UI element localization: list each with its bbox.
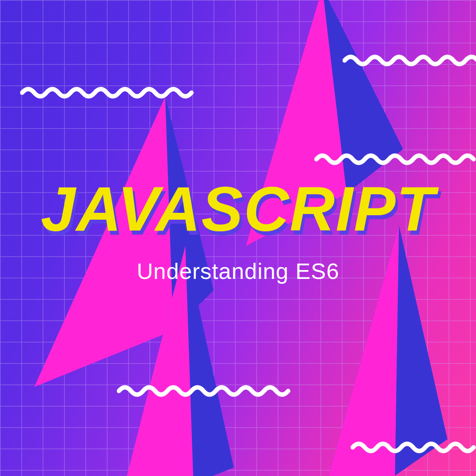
squiggle-icon	[343, 52, 476, 69]
page-subtitle: Understanding ES6	[137, 258, 339, 284]
title-main: JAVASCRIPT	[41, 174, 435, 244]
page-title: JAVASCRIPT JAVASCRIPT	[41, 173, 435, 245]
svg-marker-12	[395, 226, 447, 476]
squiggle-icon	[314, 151, 476, 167]
hero-canvas: JAVASCRIPT JAVASCRIPT Understanding ES6	[0, 0, 476, 476]
svg-marker-6	[322, 0, 403, 193]
squiggle-icon	[117, 383, 294, 399]
squiggle-icon	[351, 439, 476, 455]
svg-marker-10	[326, 226, 447, 476]
squiggle-icon	[20, 85, 197, 101]
